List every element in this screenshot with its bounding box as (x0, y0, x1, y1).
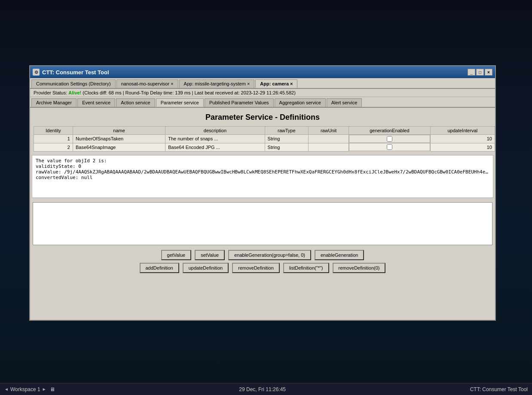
get-value-button[interactable]: getValue (161, 250, 192, 260)
enable-generation-button[interactable]: enableGeneration (315, 250, 364, 260)
taskbar-left: ◄ Workspace 1 ► 🖥 (4, 386, 55, 392)
tab-nanosat-supervisor[interactable]: nanosat-mo-supervisor × (116, 79, 178, 88)
enable-generation-group-button[interactable]: enableGeneration(group=false, 0) (228, 250, 311, 260)
output-line3: rawValue: /9j/4AAQSkZJRgABAQAAAQABAAD/2w… (36, 169, 489, 175)
output-line4: convertedValue: null (36, 175, 489, 180)
output-text-area: The value for objId 2 is: validityState:… (32, 155, 493, 198)
col-update-interval: updateInterval (430, 127, 495, 135)
tab-missile-targeting[interactable]: App: missile-targeting-system × (179, 79, 255, 88)
minimize-button[interactable]: _ (468, 69, 475, 76)
taskbar: ◄ Workspace 1 ► 🖥 29 Dec, Fri 11:26:45 C… (0, 383, 532, 395)
taskbar-icon: 🖥 (50, 386, 55, 392)
tab-bar: Communication Settings (Directory) nanos… (30, 78, 495, 89)
service-tab-alert[interactable]: Alert service (327, 98, 362, 107)
tab-camera[interactable]: App: camera × (255, 79, 297, 88)
content-area: Parameter Service - Definitions Identity… (30, 108, 495, 320)
button-row-1: getValue setValue enableGeneration(group… (30, 247, 495, 262)
window-title: CTT: Consumer Test Tool (42, 69, 109, 76)
col-rawunit: rawUnit (309, 127, 349, 135)
service-tab-published[interactable]: Published Parameter Values (205, 98, 274, 107)
title-bar: ⚙ CTT: Consumer Test Tool _ □ × (30, 66, 495, 78)
col-description: description (165, 127, 265, 135)
col-identity: Identity (34, 127, 73, 135)
generation-enabled-checkbox[interactable] (387, 136, 392, 142)
input-textarea[interactable] (33, 202, 492, 245)
service-tab-action[interactable]: Action service (116, 98, 155, 107)
list-definition-button[interactable]: listDefinition("*") (283, 263, 329, 273)
workspace-prev[interactable]: ◄ (4, 387, 9, 392)
add-definition-button[interactable]: addDefinition (140, 263, 179, 273)
set-value-button[interactable]: setValue (195, 250, 225, 260)
maximize-button[interactable]: □ (476, 69, 484, 76)
update-definition-button[interactable]: updateDefinition (183, 263, 229, 273)
remove-definition-button[interactable]: removeDefinition (232, 263, 280, 273)
title-bar-left: ⚙ CTT: Consumer Test Tool (33, 69, 109, 76)
output-line2: validityState: 0 (36, 164, 489, 169)
workspace-label: Workspace 1 (10, 386, 40, 392)
table-row[interactable]: 2Base64SnapImageBase64 Encoded JPG ...St… (34, 143, 495, 151)
input-textarea-wrapper (33, 202, 492, 246)
button-row-2: addDefinition updateDefinition removeDef… (30, 262, 495, 275)
service-tab-aggregation[interactable]: Aggregation service (275, 98, 326, 107)
taskbar-datetime: 29 Dec, Fri 11:26:45 (239, 386, 286, 392)
tab-communication-settings[interactable]: Communication Settings (Directory) (31, 79, 116, 88)
section-title: Parameter Service - Definitions (30, 108, 495, 126)
window-controls: _ □ × (468, 69, 492, 76)
close-button[interactable]: × (485, 69, 492, 76)
col-name: name (73, 127, 165, 135)
service-tab-event[interactable]: Event service (77, 98, 115, 107)
workspace-next[interactable]: ► (42, 387, 46, 392)
output-line1: The value for objId 2 is: (36, 158, 489, 164)
generation-enabled-checkbox[interactable] (387, 144, 392, 150)
col-generation-enabled: generationEnabled (349, 127, 431, 135)
parameter-table: Identity name description rawType rawUni… (34, 126, 495, 152)
status-alive: Alive! (68, 90, 81, 95)
service-tabs: Archive Manager Event service Action ser… (30, 97, 495, 108)
parameter-table-wrapper: Identity name description rawType rawUni… (30, 126, 495, 152)
window-icon: ⚙ (33, 69, 40, 76)
provider-status-bar: Provider Status: Alive! (Clocks diff: 68… (30, 89, 495, 97)
remove-definition-0-button[interactable]: removeDefinition(0) (333, 263, 386, 273)
table-header-row: Identity name description rawType rawUni… (34, 127, 495, 135)
main-window: ⚙ CTT: Consumer Test Tool _ □ × Communic… (29, 65, 496, 321)
col-rawtype: rawType (265, 127, 309, 135)
status-prefix: Provider Status: (34, 90, 67, 95)
table-row[interactable]: 1NumberOfSnapsTakenThe number of snaps .… (34, 135, 495, 143)
taskbar-app-label: CTT: Consumer Test Tool (470, 386, 528, 392)
status-detail: (Clocks diff: 68 ms | Round-Trip Delay t… (83, 90, 295, 95)
service-tab-archive-manager[interactable]: Archive Manager (31, 98, 76, 107)
service-tab-parameter[interactable]: Parameter service (156, 98, 204, 107)
